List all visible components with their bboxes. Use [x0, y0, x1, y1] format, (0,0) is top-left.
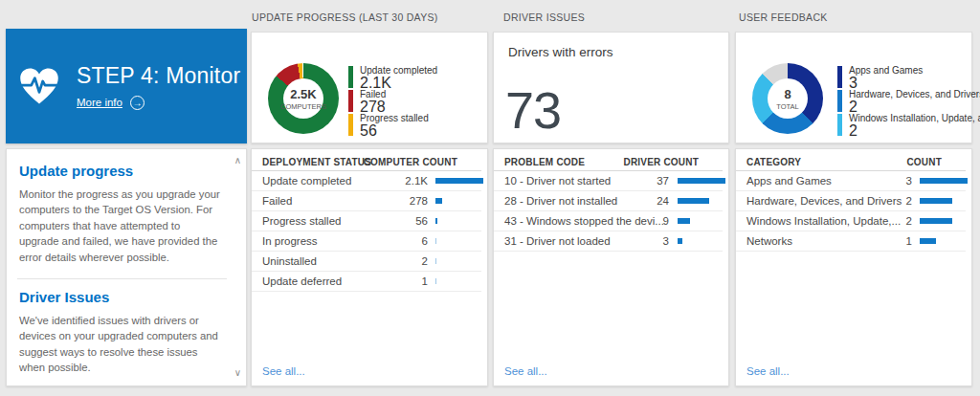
section-body: Monitor the progress as you upgrade your…	[19, 187, 221, 265]
section-heading: Driver Issues	[19, 289, 221, 305]
table-header-row: CATEGORY COUNT	[736, 149, 966, 171]
table-body: Apps and Games3Hardware, Devices, and Dr…	[736, 171, 971, 252]
row-value-bar	[435, 178, 483, 184]
row-label: Hardware, Devices, and Drivers	[746, 195, 902, 207]
panel-header-driver-issues: DRIVER ISSUES	[503, 11, 585, 23]
arrow-right-icon[interactable]: →	[130, 96, 145, 110]
panel-header-user-feedback: USER FEEDBACK	[739, 11, 828, 23]
legend-value: 278	[360, 99, 386, 114]
row-label: In progress	[262, 235, 318, 247]
donut-legend: Apps and Games3Hardware, Devices, and Dr…	[837, 66, 980, 138]
row-value-bar	[435, 218, 437, 224]
table-row[interactable]: Update completed2.1K	[252, 171, 481, 191]
row-value-bar	[920, 218, 952, 224]
step-description-card: Update progress Monitor the progress as …	[6, 148, 247, 386]
legend-value: 2.1K	[360, 76, 437, 90]
row-value-bar	[435, 198, 442, 204]
table-row[interactable]: Update deferred1	[252, 272, 481, 292]
see-all-link[interactable]: See all...	[746, 365, 790, 377]
see-all-link[interactable]: See all...	[262, 365, 305, 377]
legend-entry: Update completed2.1K	[348, 66, 437, 90]
row-label: Apps and Games	[746, 175, 832, 187]
table-header-row: DEPLOYMENT STATUS COMPUTER COUNT	[252, 149, 481, 171]
row-value: 2	[906, 215, 912, 227]
legend-entry: Windows Installation, Update, and...2	[837, 114, 980, 138]
legend-label: Hardware, Devices, and Drivers	[849, 90, 980, 99]
row-value: 37	[657, 175, 669, 187]
row-value: 1	[906, 235, 912, 247]
step-title: STEP 4: Monitor	[77, 63, 240, 89]
row-value-bar	[920, 198, 952, 204]
row-label: Update completed	[262, 175, 351, 187]
column-header: CATEGORY	[746, 157, 801, 167]
legend-color-bar	[348, 66, 353, 88]
column-header: COMPUTER COUNT	[364, 157, 457, 167]
legend-value: 56	[360, 123, 429, 138]
scroll-up-icon[interactable]: ∧	[234, 156, 241, 165]
legend-entry: Progress stalled56	[348, 114, 437, 138]
table-row[interactable]: 43 - Windows stopped the devi...9	[494, 211, 723, 231]
user-feedback-table-card: CATEGORY COUNT Apps and Games3Hardware, …	[735, 148, 972, 386]
panel-header-update-progress: UPDATE PROGRESS (LAST 30 DAYS)	[252, 11, 438, 23]
section-body: We've identified issues with drivers or …	[19, 313, 221, 376]
scroll-down-icon[interactable]: ∨	[234, 368, 241, 378]
row-label: 10 - Driver not started	[504, 175, 611, 187]
table-body: 10 - Driver not started3728 - Driver not…	[494, 171, 728, 252]
legend-color-bar	[837, 114, 842, 136]
stat-value: 73	[505, 84, 728, 136]
table-row[interactable]: Failed278	[252, 191, 481, 211]
donut-hole: 8 TOTAL	[768, 78, 808, 119]
legend-value: 3	[849, 76, 923, 90]
row-value-bar	[678, 198, 709, 204]
legend-entry: Apps and Games3	[837, 66, 980, 90]
column-header: DEPLOYMENT STATUS	[262, 157, 371, 167]
legend-label: Apps and Games	[849, 66, 923, 76]
legend-color-bar	[348, 90, 353, 112]
donut-legend: Update completed2.1KFailed278Progress st…	[348, 66, 437, 138]
legend-label: Windows Installation, Update, and...	[849, 114, 980, 123]
row-value-bar	[678, 178, 725, 184]
row-value-bar	[920, 238, 936, 244]
row-value-bar	[678, 218, 690, 224]
row-label: Update deferred	[262, 275, 342, 287]
row-label: 31 - Driver not loaded	[504, 235, 611, 247]
table-row[interactable]: In progress6	[252, 231, 481, 252]
table-row[interactable]: Networks1	[736, 231, 966, 252]
step-tile[interactable]: STEP 4: Monitor More info →	[6, 29, 247, 143]
see-all-link[interactable]: See all...	[504, 365, 547, 377]
table-row[interactable]: 31 - Driver not loaded3	[494, 231, 723, 252]
donut-center-label: COMPUTERS	[280, 102, 326, 111]
row-value-bar	[920, 178, 968, 184]
driver-issues-table-card: PROBLEM CODE DRIVER COUNT 10 - Driver no…	[493, 148, 729, 386]
more-info-link[interactable]: More info	[77, 97, 122, 108]
row-value: 2	[422, 255, 428, 267]
table-row[interactable]: Windows Installation, Update,...2	[736, 211, 966, 231]
table-row[interactable]: Apps and Games3	[736, 171, 966, 191]
row-value: 2.1K	[405, 175, 428, 187]
section-heading: Update progress	[19, 163, 221, 179]
column-header: PROBLEM CODE	[504, 157, 585, 167]
table-row[interactable]: 10 - Driver not started37	[494, 171, 723, 191]
legend-value: 2	[849, 99, 980, 114]
row-value-bar	[678, 238, 682, 244]
table-row[interactable]: 28 - Driver not installed24	[494, 191, 723, 211]
table-row[interactable]: Uninstalled2	[252, 252, 481, 272]
row-label: Windows Installation, Update,...	[746, 215, 901, 227]
row-label: Failed	[262, 195, 292, 207]
row-label: 28 - Driver not installed	[504, 195, 617, 207]
row-value-bar	[435, 238, 436, 244]
heartbeat-icon	[17, 65, 61, 107]
row-value: 3	[906, 175, 912, 187]
table-row[interactable]: Hardware, Devices, and Drivers2	[736, 191, 966, 211]
legend-entry: Failed278	[348, 90, 437, 114]
section-update-progress: Update progress Monitor the progress as …	[19, 163, 221, 265]
table-row[interactable]: Progress stalled56	[252, 211, 481, 231]
donut-center-label: TOTAL	[776, 102, 798, 111]
donut-center-value: 2.5K	[290, 87, 316, 101]
update-progress-donut[interactable]: 2.5K COMPUTERS	[268, 63, 339, 134]
update-progress-chart-card: 2.5K COMPUTERS Update completed2.1KFaile…	[251, 32, 488, 143]
row-value: 278	[410, 195, 428, 207]
row-label: Networks	[746, 235, 792, 247]
update-progress-table-card: DEPLOYMENT STATUS COMPUTER COUNT Update …	[251, 148, 488, 386]
user-feedback-donut[interactable]: 8 TOTAL	[752, 63, 823, 134]
